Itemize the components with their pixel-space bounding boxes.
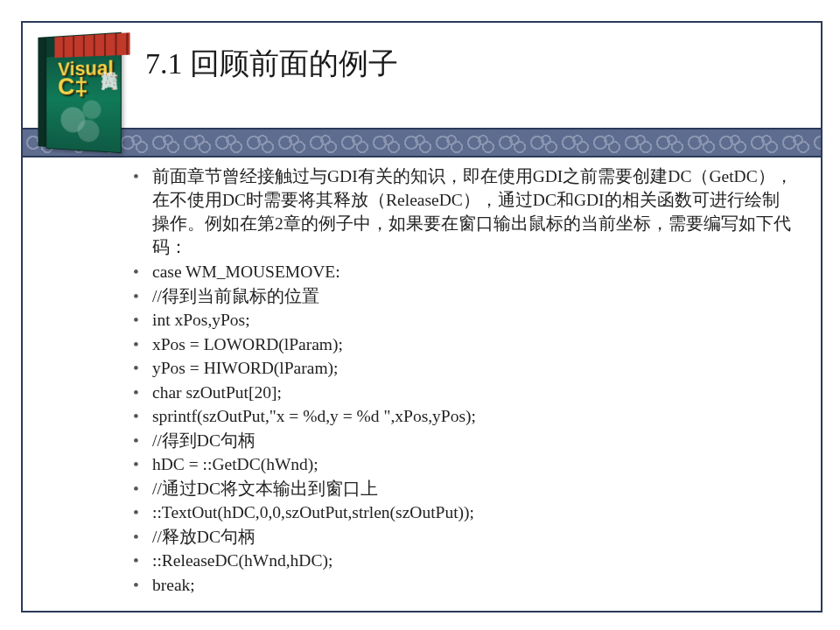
list-item: break; — [128, 574, 793, 597]
list-item: //得到当前鼠标的位置 — [128, 285, 793, 308]
list-item: hDC = ::GetDC(hWnd); — [128, 453, 793, 476]
list-item: char szOutPut[20]; — [128, 382, 793, 404]
list-item: int xPos,yPos; — [128, 309, 793, 332]
list-item: sprintf(szOutPut,"x = %d,y = %d ",xPos,y… — [128, 405, 793, 428]
list-item: //释放DC句柄 — [128, 526, 793, 549]
list-item: ::TextOut(hDC,0,0,szOutPut,strlen(szOutP… — [128, 501, 793, 524]
list-item: xPos = LOWORD(lParam); — [128, 333, 793, 356]
list-item: //得到DC句柄 — [128, 430, 793, 452]
bullet-list: 前面章节曾经接触过与GDI有关的知识，即在使用GDI之前需要创建DC（GetDC… — [128, 164, 793, 597]
slide-title: 7.1 回顾前面的例子 — [145, 44, 398, 84]
book-cover: Visual C‡ 入门与提高 — [38, 32, 119, 153]
slide-frame: Visual C‡ 入门与提高 7.1 回顾前面的例子 前面章节曾经接触过与GD… — [21, 21, 822, 612]
content-area: 前面章节曾经接触过与GDI有关的知识，即在使用GDI之前需要创建DC（GetDC… — [128, 164, 793, 598]
list-item: //通过DC将文本输出到窗口上 — [128, 478, 793, 500]
list-item: yPos = HIWORD(lParam); — [128, 357, 793, 380]
decorative-strip — [23, 128, 821, 158]
title-row: 7.1 回顾前面的例子 — [23, 23, 821, 84]
book-logo: Visual C‡ — [58, 60, 114, 98]
list-item: 前面章节曾经接触过与GDI有关的知识，即在使用GDI之前需要创建DC（GetDC… — [128, 164, 793, 259]
list-item: ::ReleaseDC(hWnd,hDC); — [128, 550, 793, 572]
list-item: case WM_MOUSEMOVE: — [128, 261, 793, 284]
